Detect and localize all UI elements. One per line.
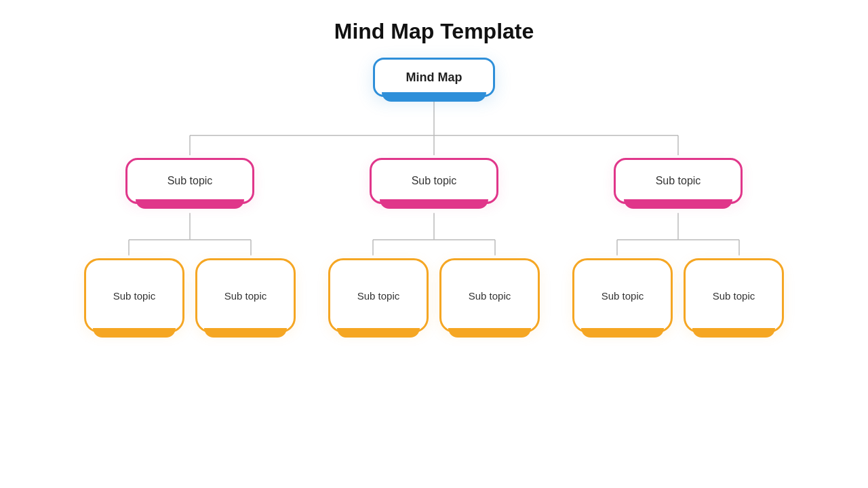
level1-col-1: Sub topic bbox=[312, 158, 556, 204]
level1-col-0: Sub topic bbox=[68, 158, 312, 204]
level2-group-1: Sub topic Sub topic bbox=[312, 258, 556, 333]
level1-col-2: Sub topic bbox=[556, 158, 800, 204]
mind-map-container: Mind Map Sub topic Sub topic Sub topic S… bbox=[34, 51, 834, 488]
leaf-node-2-0: Sub topic bbox=[572, 258, 673, 333]
leaf-node-1-1: Sub topic bbox=[439, 258, 540, 333]
leaf-node-2-1: Sub topic bbox=[684, 258, 784, 333]
level1-row: Sub topic Sub topic Sub topic bbox=[34, 158, 834, 204]
leaf-node-0-0: Sub topic bbox=[84, 258, 184, 333]
leaf-label-2-0: Sub topic bbox=[601, 290, 644, 302]
leaf-node-0-1: Sub topic bbox=[195, 258, 296, 333]
level2-group-0: Sub topic Sub topic bbox=[68, 258, 312, 333]
level2-row: Sub topic Sub topic Sub topic Sub topic … bbox=[34, 258, 834, 333]
leaf-label-1-0: Sub topic bbox=[357, 290, 400, 302]
level1-node-1: Sub topic bbox=[370, 158, 498, 204]
root-box: Mind Map bbox=[373, 58, 495, 97]
leaf-node-1-0: Sub topic bbox=[328, 258, 429, 333]
level1-label-0: Sub topic bbox=[167, 175, 213, 187]
level1-node-0: Sub topic bbox=[125, 158, 254, 204]
root-node: Mind Map bbox=[373, 58, 495, 97]
level1-label-1: Sub topic bbox=[412, 175, 457, 187]
root-label: Mind Map bbox=[406, 70, 462, 85]
leaf-label-0-1: Sub topic bbox=[224, 290, 267, 302]
page-title: Mind Map Template bbox=[334, 19, 534, 44]
leaf-label-0-0: Sub topic bbox=[113, 290, 156, 302]
level1-node-2: Sub topic bbox=[614, 158, 743, 204]
leaf-label-2-1: Sub topic bbox=[713, 290, 755, 302]
leaf-label-1-1: Sub topic bbox=[469, 290, 511, 302]
level1-label-2: Sub topic bbox=[656, 175, 701, 187]
level2-group-2: Sub topic Sub topic bbox=[556, 258, 800, 333]
